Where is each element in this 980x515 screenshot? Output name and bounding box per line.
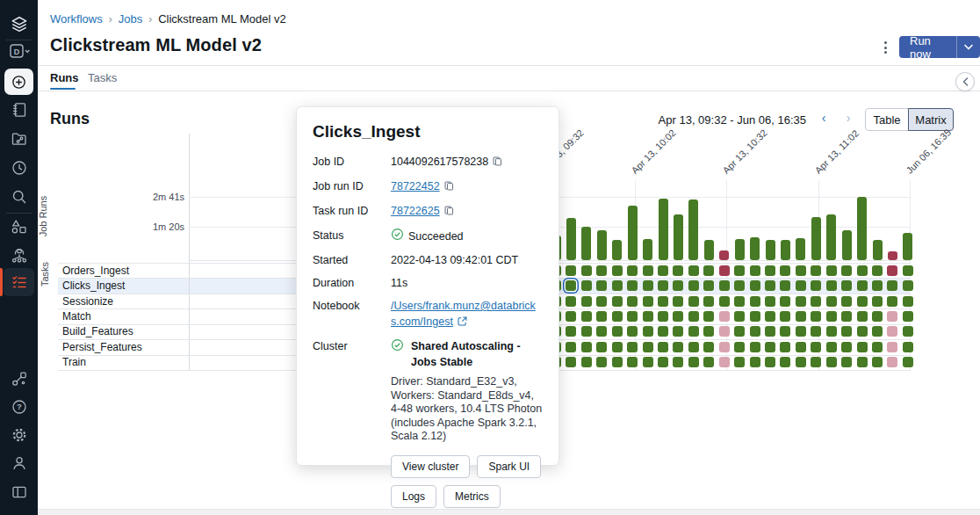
matrix-cell[interactable]: [780, 265, 790, 276]
matrix-cell[interactable]: [826, 342, 837, 352]
matrix-cell[interactable]: [841, 357, 852, 367]
matrix-cell[interactable]: [643, 296, 653, 307]
matrix-cell[interactable]: [765, 280, 775, 291]
matrix-cell[interactable]: [872, 342, 883, 352]
matrix-cell[interactable]: [596, 342, 607, 352]
new-button[interactable]: [4, 69, 33, 95]
sidebar-item-help[interactable]: ?: [0, 397, 38, 417]
matrix-cell[interactable]: [903, 280, 913, 291]
matrix-cell[interactable]: [596, 280, 607, 291]
collapse-panel-button[interactable]: [955, 72, 975, 91]
matrix-cell[interactable]: [872, 265, 883, 276]
job-run-bar[interactable]: [781, 240, 790, 260]
matrix-cell[interactable]: [688, 265, 699, 276]
matrix-cell[interactable]: [566, 296, 576, 307]
matrix-cell[interactable]: [903, 296, 913, 307]
matrix-cell[interactable]: [887, 311, 897, 322]
job-run-bar[interactable]: [719, 250, 729, 260]
job-run-bar[interactable]: [612, 240, 622, 260]
matrix-cell[interactable]: [841, 265, 852, 276]
matrix-cell[interactable]: [826, 357, 837, 367]
matrix-cell[interactable]: [688, 326, 699, 337]
job-run-bar[interactable]: [643, 239, 652, 260]
sidebar-toggle-button[interactable]: [0, 482, 38, 502]
matrix-cell[interactable]: [673, 296, 683, 307]
job-run-bar[interactable]: [659, 199, 668, 260]
matrix-cell[interactable]: [734, 357, 745, 367]
matrix-cell[interactable]: [750, 311, 760, 322]
matrix-cell[interactable]: [841, 326, 852, 337]
matrix-cell[interactable]: [581, 342, 592, 352]
matrix-cell[interactable]: [658, 280, 668, 291]
matrix-cell[interactable]: [719, 280, 730, 291]
matrix-cell[interactable]: [887, 265, 897, 276]
external-link-icon[interactable]: [457, 316, 468, 331]
matrix-cell[interactable]: [673, 357, 683, 367]
databricks-logo-icon[interactable]: [0, 15, 38, 34]
matrix-cell[interactable]: [811, 311, 821, 322]
sidebar-item-compute[interactable]: [0, 246, 38, 265]
matrix-cell[interactable]: [566, 326, 576, 337]
matrix-cell[interactable]: [780, 326, 790, 337]
workspace-switcher-button[interactable]: D: [0, 42, 38, 60]
matrix-cell[interactable]: [643, 311, 653, 322]
matrix-cell[interactable]: [857, 326, 868, 337]
matrix-cell[interactable]: [841, 280, 852, 291]
matrix-cell[interactable]: [811, 342, 821, 352]
sidebar-item-recents[interactable]: [0, 158, 38, 178]
job-run-bar[interactable]: [628, 206, 638, 260]
matrix-cell[interactable]: [857, 280, 868, 291]
matrix-cell[interactable]: [596, 326, 607, 337]
matrix-cell[interactable]: [612, 280, 623, 291]
matrix-cell[interactable]: [765, 311, 775, 322]
matrix-cell-selected[interactable]: [566, 280, 576, 291]
matrix-cell[interactable]: [734, 311, 745, 322]
job-run-bar[interactable]: [581, 227, 591, 260]
matrix-cell[interactable]: [826, 296, 837, 307]
matrix-cell[interactable]: [903, 311, 913, 322]
matrix-cell[interactable]: [903, 357, 913, 367]
matrix-cell[interactable]: [872, 311, 883, 322]
matrix-cell[interactable]: [643, 326, 653, 337]
matrix-cell[interactable]: [688, 357, 699, 367]
matrix-cell[interactable]: [658, 326, 668, 337]
matrix-cell[interactable]: [826, 326, 837, 337]
matrix-cell[interactable]: [872, 280, 883, 291]
job-run-bar[interactable]: [735, 239, 745, 260]
job-run-bar[interactable]: [704, 240, 714, 260]
copy-icon[interactable]: [492, 156, 503, 171]
matrix-cell[interactable]: [734, 280, 745, 291]
job-run-bar[interactable]: [888, 251, 897, 260]
job-run-bar[interactable]: [674, 214, 683, 260]
matrix-cell[interactable]: [887, 326, 897, 337]
matrix-cell[interactable]: [765, 326, 775, 337]
run-id-link[interactable]: 78722452: [391, 180, 440, 192]
matrix-cell[interactable]: [811, 357, 821, 367]
matrix-cell[interactable]: [719, 357, 730, 367]
matrix-cell[interactable]: [643, 280, 653, 291]
matrix-cell[interactable]: [703, 265, 714, 276]
copy-icon[interactable]: [443, 180, 455, 196]
matrix-cell[interactable]: [903, 326, 913, 337]
matrix-cell[interactable]: [612, 357, 623, 367]
matrix-cell[interactable]: [581, 311, 592, 322]
matrix-cell[interactable]: [596, 357, 607, 367]
matrix-cell[interactable]: [612, 311, 623, 322]
sidebar-item-repos[interactable]: [0, 129, 38, 149]
job-run-bar[interactable]: [766, 240, 775, 260]
spark-ui-button[interactable]: Spark UI: [477, 455, 541, 478]
matrix-cell[interactable]: [673, 265, 683, 276]
job-run-bar[interactable]: [826, 214, 836, 260]
sidebar-item-data[interactable]: [0, 217, 38, 236]
matrix-cell[interactable]: [612, 296, 623, 307]
matrix-cell[interactable]: [703, 342, 714, 352]
matrix-cell[interactable]: [612, 265, 623, 276]
matrix-cell[interactable]: [887, 280, 897, 291]
matrix-cell[interactable]: [627, 280, 638, 291]
matrix-cell[interactable]: [719, 342, 730, 352]
matrix-cell[interactable]: [658, 265, 668, 276]
matrix-cell[interactable]: [796, 342, 806, 352]
matrix-cell[interactable]: [566, 311, 576, 322]
matrix-cell[interactable]: [903, 265, 913, 276]
matrix-cell[interactable]: [643, 342, 653, 352]
